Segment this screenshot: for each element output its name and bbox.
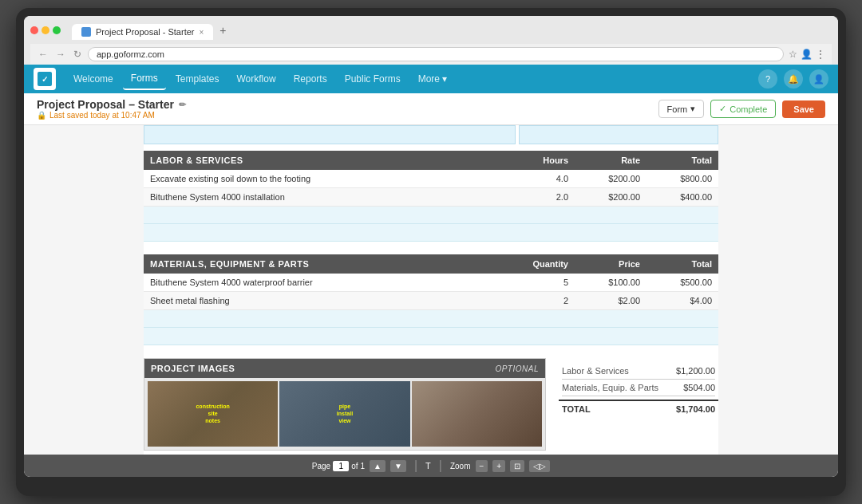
zoom-out-button[interactable]: − [476,460,488,472]
page-title: Project Proposal – Starter ✏ [37,98,186,111]
nav-item-forms[interactable]: Forms [123,68,166,90]
user-avatar-button[interactable]: 👤 [809,69,828,89]
summary-materials-row: Materials, Equip. & Parts $504.00 [559,381,718,394]
summary-total-value: $1,704.00 [676,404,715,414]
labor-table-header: LABOR & SERVICES Hours Rate Total [144,151,718,170]
project-image-2[interactable]: pipeinstallview [279,381,409,447]
app-logo[interactable]: ✓ [34,68,56,90]
browser-tabs: Project Proposal - Starter × + [72,21,832,40]
menu-icon[interactable]: ⋮ [816,49,825,60]
hours-header: Hours [503,151,575,170]
tab-favicon [81,27,91,37]
project-image-1[interactable]: constructionsitenotes [148,381,278,447]
browser-top-bar: Project Proposal - Starter × + [30,21,832,40]
browser-action-icons: ☆ 👤 ⋮ [789,49,825,60]
project-image-3[interactable] [412,381,542,447]
nav-item-welcome[interactable]: Welcome [65,69,121,89]
nav-items-list: Welcome Forms Templates Workflow Reports… [65,68,758,90]
last-saved-text: Last saved today at 10:47 AM [49,111,155,120]
page-total: 1 [361,462,366,471]
image-2-overlay: pipeinstallview [337,403,353,424]
save-button[interactable]: Save [782,100,825,118]
back-button[interactable]: ← [37,49,49,60]
logo-inner: ✓ [38,72,52,86]
title-text: Project Proposal – Starter [37,98,174,111]
fullscreen-traffic-light[interactable] [53,26,61,34]
summary-labor-row: Labor & Services $1,200.00 [559,364,718,377]
labor-empty-row-1 [144,207,718,224]
close-traffic-light[interactable] [30,26,38,34]
nav-item-public-forms[interactable]: Public Forms [337,69,409,89]
nav-item-reports[interactable]: Reports [286,69,335,89]
summary-divider-2 [562,396,715,396]
nav-item-workflow[interactable]: Workflow [229,69,284,89]
table-row: Excavate existing soil down to the footi… [144,170,718,188]
summary-materials-label: Materials, Equip. & Parts [562,383,658,392]
active-browser-tab[interactable]: Project Proposal - Starter × [72,24,213,40]
profile-icon[interactable]: 👤 [801,49,813,60]
materials-total-header: Total [646,254,718,274]
mat-row-2-total: $4.00 [646,292,718,309]
page-of-label: of [351,462,358,471]
help-icon-button[interactable]: ? [758,69,777,89]
labor-section-title: LABOR & SERVICES [144,151,503,170]
reload-button[interactable]: ↻ [72,49,83,60]
form-button[interactable]: Form ▾ [658,100,705,118]
materials-table: MATERIALS, EQUIPMENT & PARTS Quantity Pr… [144,254,718,345]
bookmark-icon[interactable]: ☆ [789,49,797,60]
zoom-in-button[interactable]: + [492,460,505,472]
mat-row-1-price: $100.00 [575,274,646,291]
edit-title-icon[interactable]: ✏ [179,100,186,110]
minimize-traffic-light[interactable] [42,26,49,34]
mat-row-2-qty: 2 [503,292,575,309]
page-prev-button[interactable]: ▲ [370,460,386,472]
partial-left-bar [144,125,516,144]
notifications-icon-button[interactable]: 🔔 [784,69,803,89]
bottom-section: PROJECT IMAGES Optional constructionsite… [144,358,718,451]
tab-close-button[interactable]: × [200,28,204,37]
mat-row-1-qty: 5 [503,274,575,291]
image-2-text: pipeinstallview [337,403,353,424]
nav-item-more[interactable]: More ▾ [410,69,456,89]
url-input[interactable] [88,47,784,61]
complete-button[interactable]: ✓ Complete [710,100,776,118]
page-indicator: Page of 1 [312,461,365,471]
partial-top-rows [144,125,718,144]
forward-button[interactable]: → [54,49,67,60]
project-images-container: constructionsitenotes pipeinstallview [144,378,545,450]
project-images-header: PROJECT IMAGES Optional [144,359,545,378]
optional-label: Optional [495,364,539,373]
app-header-left: Project Proposal – Starter ✏ 🔒 Last save… [37,98,186,120]
table-row: Bituthene System 4000 waterproof barrier… [144,274,718,292]
form-container: LABOR & SERVICES Hours Rate Total Excava… [144,125,718,455]
summary-box: Labor & Services $1,200.00 Materials, Eq… [559,358,718,451]
nav-item-templates[interactable]: Templates [168,69,227,89]
summary-materials-value: $504.00 [683,383,715,392]
labor-empty-row-2 [144,224,718,242]
partial-right-bar [519,125,718,144]
text-tool-icon[interactable]: T [425,461,431,471]
expand-button[interactable]: ◁▷ [529,460,550,472]
page-next-button[interactable]: ▼ [390,460,406,472]
labor-services-table: LABOR & SERVICES Hours Rate Total Excava… [144,151,718,242]
mat-row-1-desc: Bituthene System 4000 waterproof barrier [144,274,503,291]
labor-row-1-total: $800.00 [646,170,718,187]
fit-page-button[interactable]: ⊡ [510,460,524,472]
app-header-right: Form ▾ ✓ Complete Save [658,100,825,118]
laptop-frame: Project Proposal - Starter × + ← → ↻ ☆ 👤… [16,8,846,496]
new-tab-button[interactable]: + [213,21,232,40]
main-scroll-area[interactable]: LABOR & SERVICES Hours Rate Total Excava… [24,125,838,455]
quantity-header: Quantity [503,254,575,274]
mat-row-2-desc: Sheet metal flashing [144,292,503,309]
project-images-title: PROJECT IMAGES [151,364,235,373]
page-number-input[interactable] [333,461,349,471]
materials-empty-row-2 [144,328,718,345]
labor-row-2-hours: 2.0 [503,188,575,206]
price-header: Price [575,254,646,274]
labor-row-1-hours: 4.0 [503,170,575,187]
bottom-toolbar: Page of 1 ▲ ▼ | T | Zoom − + ⊡ ◁▷ [24,455,838,477]
summary-total-label: TOTAL [562,404,591,414]
labor-row-1-rate: $200.00 [575,170,646,187]
browser-chrome: Project Proposal - Starter × + ← → ↻ ☆ 👤… [24,16,838,65]
traffic-lights [30,26,61,34]
